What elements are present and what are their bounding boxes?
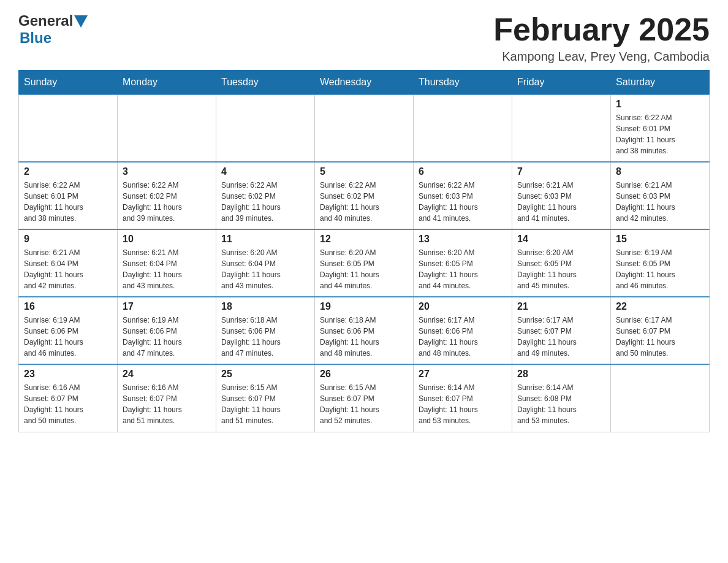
day-number: 16 [24, 301, 112, 312]
calendar-cell: 21Sunrise: 6:17 AM Sunset: 6:07 PM Dayli… [512, 297, 611, 364]
day-info: Sunrise: 6:14 AM Sunset: 6:07 PM Dayligh… [419, 382, 507, 426]
day-number: 27 [419, 369, 507, 380]
day-info: Sunrise: 6:21 AM Sunset: 6:04 PM Dayligh… [123, 247, 211, 291]
column-header-thursday: Thursday [414, 71, 512, 95]
day-info: Sunrise: 6:17 AM Sunset: 6:06 PM Dayligh… [419, 315, 507, 359]
day-info: Sunrise: 6:22 AM Sunset: 6:02 PM Dayligh… [320, 180, 408, 224]
calendar-cell: 9Sunrise: 6:21 AM Sunset: 6:04 PM Daylig… [19, 229, 118, 297]
day-number: 24 [123, 369, 211, 380]
calendar-cell [611, 364, 710, 432]
calendar-cell: 25Sunrise: 6:15 AM Sunset: 6:07 PM Dayli… [216, 364, 315, 432]
calendar-cell: 1Sunrise: 6:22 AM Sunset: 6:01 PM Daylig… [611, 94, 710, 162]
day-info: Sunrise: 6:21 AM Sunset: 6:04 PM Dayligh… [24, 247, 112, 291]
calendar-cell [315, 94, 414, 162]
logo-blue-text: Blue [20, 29, 51, 46]
calendar-cell [19, 94, 118, 162]
day-info: Sunrise: 6:19 AM Sunset: 6:06 PM Dayligh… [24, 315, 112, 359]
day-number: 20 [419, 301, 507, 312]
calendar-cell: 4Sunrise: 6:22 AM Sunset: 6:02 PM Daylig… [216, 162, 315, 229]
day-info: Sunrise: 6:15 AM Sunset: 6:07 PM Dayligh… [221, 382, 309, 426]
day-number: 14 [517, 234, 605, 245]
calendar-cell: 24Sunrise: 6:16 AM Sunset: 6:07 PM Dayli… [118, 364, 216, 432]
column-header-friday: Friday [512, 71, 611, 95]
day-info: Sunrise: 6:16 AM Sunset: 6:07 PM Dayligh… [123, 382, 211, 426]
column-header-monday: Monday [118, 71, 216, 95]
logo-general-text: General [18, 12, 73, 29]
calendar-cell: 12Sunrise: 6:20 AM Sunset: 6:05 PM Dayli… [315, 229, 414, 297]
day-number: 28 [517, 369, 605, 380]
day-number: 11 [221, 234, 309, 245]
page-header: General Blue February 2025 Kampong Leav,… [18, 12, 710, 64]
day-info: Sunrise: 6:21 AM Sunset: 6:03 PM Dayligh… [517, 180, 605, 224]
day-info: Sunrise: 6:19 AM Sunset: 6:06 PM Dayligh… [123, 315, 211, 359]
day-info: Sunrise: 6:19 AM Sunset: 6:05 PM Dayligh… [616, 247, 704, 291]
day-info: Sunrise: 6:16 AM Sunset: 6:07 PM Dayligh… [24, 382, 112, 426]
calendar-table: SundayMondayTuesdayWednesdayThursdayFrid… [18, 70, 710, 432]
day-info: Sunrise: 6:22 AM Sunset: 6:02 PM Dayligh… [123, 180, 211, 224]
calendar-cell: 18Sunrise: 6:18 AM Sunset: 6:06 PM Dayli… [216, 297, 315, 364]
day-number: 1 [616, 99, 704, 110]
calendar-cell: 7Sunrise: 6:21 AM Sunset: 6:03 PM Daylig… [512, 162, 611, 229]
calendar-header-row: SundayMondayTuesdayWednesdayThursdayFrid… [19, 71, 710, 95]
calendar-cell: 16Sunrise: 6:19 AM Sunset: 6:06 PM Dayli… [19, 297, 118, 364]
calendar-week-row: 1Sunrise: 6:22 AM Sunset: 6:01 PM Daylig… [19, 94, 710, 162]
calendar-week-row: 16Sunrise: 6:19 AM Sunset: 6:06 PM Dayli… [19, 297, 710, 364]
location-title: Kampong Leav, Prey Veng, Cambodia [493, 50, 710, 64]
calendar-cell: 26Sunrise: 6:15 AM Sunset: 6:07 PM Dayli… [315, 364, 414, 432]
day-info: Sunrise: 6:22 AM Sunset: 6:03 PM Dayligh… [419, 180, 507, 224]
day-number: 21 [517, 301, 605, 312]
calendar-cell: 17Sunrise: 6:19 AM Sunset: 6:06 PM Dayli… [118, 297, 216, 364]
calendar-cell: 8Sunrise: 6:21 AM Sunset: 6:03 PM Daylig… [611, 162, 710, 229]
logo-arrow-icon [74, 15, 88, 28]
calendar-cell: 23Sunrise: 6:16 AM Sunset: 6:07 PM Dayli… [19, 364, 118, 432]
calendar-cell: 20Sunrise: 6:17 AM Sunset: 6:06 PM Dayli… [414, 297, 512, 364]
day-number: 5 [320, 166, 408, 177]
day-info: Sunrise: 6:20 AM Sunset: 6:05 PM Dayligh… [320, 247, 408, 291]
calendar-cell: 3Sunrise: 6:22 AM Sunset: 6:02 PM Daylig… [118, 162, 216, 229]
day-number: 3 [123, 166, 211, 177]
column-header-sunday: Sunday [19, 71, 118, 95]
calendar-cell: 5Sunrise: 6:22 AM Sunset: 6:02 PM Daylig… [315, 162, 414, 229]
calendar-cell: 22Sunrise: 6:17 AM Sunset: 6:07 PM Dayli… [611, 297, 710, 364]
day-info: Sunrise: 6:22 AM Sunset: 6:01 PM Dayligh… [616, 112, 704, 156]
day-number: 23 [24, 369, 112, 380]
calendar-cell [512, 94, 611, 162]
logo: General Blue [18, 12, 88, 47]
day-number: 15 [616, 234, 704, 245]
day-number: 9 [24, 234, 112, 245]
day-number: 13 [419, 234, 507, 245]
day-number: 4 [221, 166, 309, 177]
calendar-cell: 13Sunrise: 6:20 AM Sunset: 6:05 PM Dayli… [414, 229, 512, 297]
calendar-cell [216, 94, 315, 162]
day-info: Sunrise: 6:21 AM Sunset: 6:03 PM Dayligh… [616, 180, 704, 224]
day-info: Sunrise: 6:22 AM Sunset: 6:01 PM Dayligh… [24, 180, 112, 224]
calendar-cell [414, 94, 512, 162]
calendar-cell: 14Sunrise: 6:20 AM Sunset: 6:05 PM Dayli… [512, 229, 611, 297]
day-number: 10 [123, 234, 211, 245]
calendar-cell: 28Sunrise: 6:14 AM Sunset: 6:08 PM Dayli… [512, 364, 611, 432]
calendar-cell [118, 94, 216, 162]
day-info: Sunrise: 6:20 AM Sunset: 6:05 PM Dayligh… [517, 247, 605, 291]
calendar-week-row: 9Sunrise: 6:21 AM Sunset: 6:04 PM Daylig… [19, 229, 710, 297]
day-number: 2 [24, 166, 112, 177]
day-info: Sunrise: 6:17 AM Sunset: 6:07 PM Dayligh… [517, 315, 605, 359]
calendar-cell: 6Sunrise: 6:22 AM Sunset: 6:03 PM Daylig… [414, 162, 512, 229]
day-number: 18 [221, 301, 309, 312]
day-info: Sunrise: 6:20 AM Sunset: 6:05 PM Dayligh… [419, 247, 507, 291]
svg-marker-0 [74, 15, 88, 28]
calendar-cell: 19Sunrise: 6:18 AM Sunset: 6:06 PM Dayli… [315, 297, 414, 364]
column-header-wednesday: Wednesday [315, 71, 414, 95]
calendar-week-row: 2Sunrise: 6:22 AM Sunset: 6:01 PM Daylig… [19, 162, 710, 229]
calendar-week-row: 23Sunrise: 6:16 AM Sunset: 6:07 PM Dayli… [19, 364, 710, 432]
calendar-cell: 2Sunrise: 6:22 AM Sunset: 6:01 PM Daylig… [19, 162, 118, 229]
day-info: Sunrise: 6:20 AM Sunset: 6:04 PM Dayligh… [221, 247, 309, 291]
title-section: February 2025 Kampong Leav, Prey Veng, C… [493, 12, 710, 64]
day-number: 7 [517, 166, 605, 177]
day-number: 12 [320, 234, 408, 245]
day-info: Sunrise: 6:22 AM Sunset: 6:02 PM Dayligh… [221, 180, 309, 224]
day-number: 25 [221, 369, 309, 380]
day-info: Sunrise: 6:18 AM Sunset: 6:06 PM Dayligh… [221, 315, 309, 359]
calendar-cell: 10Sunrise: 6:21 AM Sunset: 6:04 PM Dayli… [118, 229, 216, 297]
day-number: 22 [616, 301, 704, 312]
day-number: 8 [616, 166, 704, 177]
